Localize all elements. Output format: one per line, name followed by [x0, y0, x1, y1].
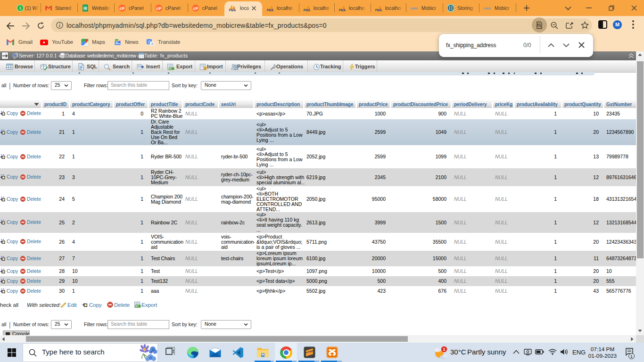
svg-text:LOGO: LOGO	[483, 7, 491, 10]
svg-text:1: 1	[19, 5, 21, 10]
svg-text:x: x	[151, 41, 153, 46]
svg-text:cP: cP	[193, 6, 198, 11]
svg-text:PMA: PMA	[267, 8, 274, 12]
svg-text:cP: cP	[119, 6, 124, 11]
svg-text:PMA: PMA	[375, 8, 382, 12]
svg-text:PMA: PMA	[339, 8, 346, 12]
svg-text:PMA: PMA	[304, 8, 311, 12]
svg-text:1: 1	[443, 347, 445, 352]
svg-text:PMA: PMA	[229, 8, 236, 12]
svg-text:LOGO: LOGO	[410, 7, 418, 10]
svg-text:cP: cP	[156, 6, 161, 11]
